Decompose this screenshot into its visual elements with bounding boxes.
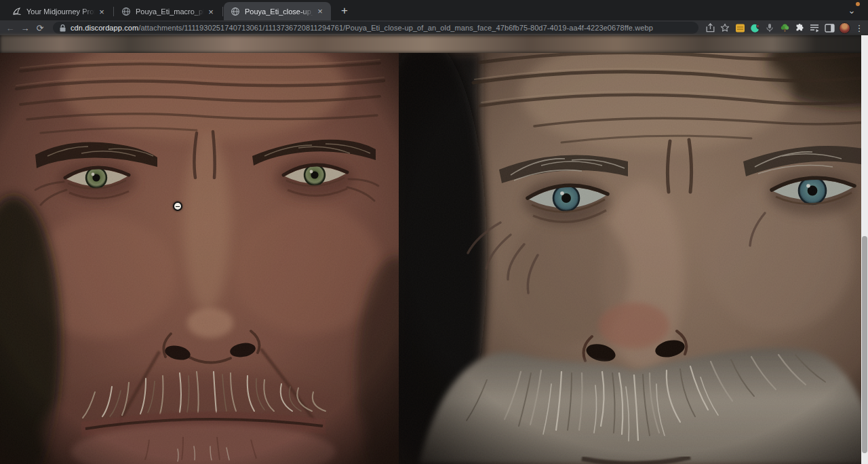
midjourney-logo-icon: [12, 7, 22, 16]
url-host: cdn.discordapp.com: [71, 24, 138, 32]
left-portrait-art: [0, 53, 399, 464]
url-text: cdn.discordapp.com/attachments/111193025…: [71, 24, 653, 32]
tab-macro-photo[interactable]: Pouya_Eti_macro_photo_of_a ×: [115, 3, 222, 20]
tab-close-icon[interactable]: ×: [96, 6, 107, 17]
reload-button[interactable]: ⟳: [33, 21, 47, 35]
update-notification-dot: [856, 2, 860, 6]
new-tab-button[interactable]: +: [336, 3, 353, 19]
address-bar[interactable]: cdn.discordapp.com/attachments/111193025…: [53, 22, 698, 34]
portrait-grid: [0, 53, 868, 464]
tab-title: Your Midjourney Profile: [26, 7, 96, 16]
tree-extension-icon[interactable]: [777, 21, 792, 35]
tab-close-up-active[interactable]: Pouya_Eti_close-up_of_an_ol ×: [224, 2, 331, 20]
tab-separator: [113, 7, 114, 16]
zoom-out-cursor-icon: [173, 201, 182, 211]
share-icon[interactable]: [703, 21, 717, 35]
browser-window: Your Midjourney Profile × Pouya_Eti_macr…: [0, 0, 868, 464]
tab-separator: [222, 7, 223, 16]
tab-close-icon[interactable]: ×: [315, 6, 326, 17]
bookmark-star-icon[interactable]: [717, 21, 732, 35]
grid-extension-icon[interactable]: [732, 21, 747, 35]
toolbar-action-icons: ⋮: [703, 21, 867, 35]
tab-strip: Your Midjourney Profile × Pouya_Eti_macr…: [0, 0, 868, 20]
right-portrait[interactable]: [399, 53, 868, 464]
mic-extension-icon[interactable]: [762, 21, 777, 35]
globe-icon: [231, 7, 240, 16]
forward-button[interactable]: →: [18, 21, 33, 35]
browser-menu-icon[interactable]: ⋮: [852, 21, 867, 35]
globe-icon: [121, 7, 131, 16]
scrollbar-thumb[interactable]: [862, 236, 867, 453]
side-panel-icon[interactable]: [822, 21, 837, 35]
profile-avatar[interactable]: [837, 21, 852, 35]
browser-toolbar: ← → ⟳ cdn.discordapp.com/attachments/111…: [0, 20, 868, 35]
page-scrollbar[interactable]: [861, 35, 868, 464]
tab-title: Pouya_Eti_close-up_of_an_ol: [245, 7, 315, 16]
url-path: /attachments/1111930251740713061/1113736…: [138, 24, 653, 32]
upper-grid-row-sliver: [0, 35, 868, 53]
lock-icon: [60, 24, 66, 32]
moon-extension-icon[interactable]: [747, 21, 762, 35]
extensions-puzzle-icon[interactable]: [792, 21, 807, 35]
back-button[interactable]: ←: [3, 21, 18, 35]
tab-title: Pouya_Eti_macro_photo_of_a: [136, 7, 205, 16]
tab-midjourney-profile[interactable]: Your Midjourney Profile ×: [5, 3, 113, 20]
left-portrait[interactable]: [0, 53, 399, 464]
playlist-icon[interactable]: [807, 21, 822, 35]
right-portrait-art: [399, 53, 868, 464]
image-viewer[interactable]: [0, 35, 868, 464]
tab-close-icon[interactable]: ×: [205, 6, 216, 17]
